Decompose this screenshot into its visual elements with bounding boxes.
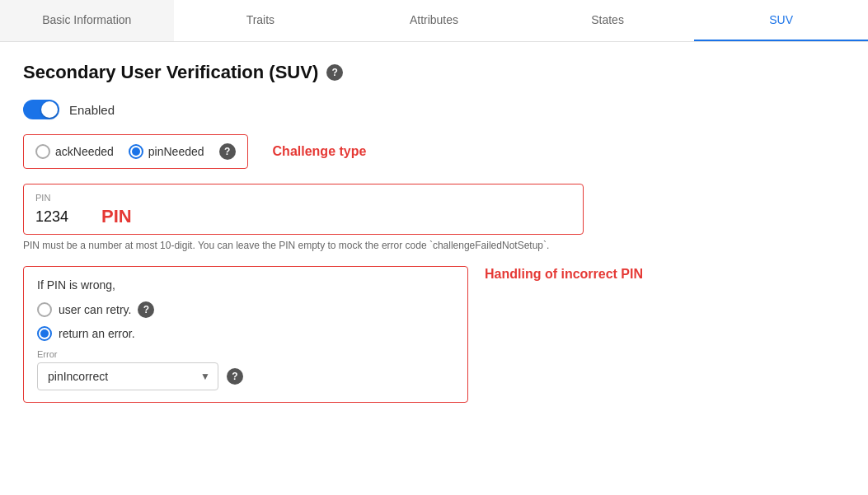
pin-input-row: 1234 PIN — [35, 206, 571, 227]
tab-states[interactable]: States — [521, 0, 695, 41]
pin-value[interactable]: 1234 — [35, 208, 85, 226]
main-content: Secondary User Verification (SUV) ? Enab… — [0, 42, 868, 423]
pin-field-label: PIN — [35, 193, 571, 203]
retry-option-row: user can retry. ? — [37, 301, 454, 318]
challenge-type-annotation: Challenge type — [273, 144, 367, 159]
section-title: Secondary User Verification (SUV) ? — [23, 62, 845, 83]
challenge-type-ack-label: ackNeeded — [55, 145, 114, 158]
tab-traits[interactable]: Traits — [174, 0, 348, 41]
challenge-type-pin-label: pinNeeded — [148, 145, 204, 158]
pin-hint: PIN must be a number at most 10-digit. Y… — [23, 240, 584, 251]
retry-help-icon[interactable]: ? — [138, 301, 154, 318]
pin-box: PIN 1234 PIN — [23, 184, 584, 235]
retry-label: user can retry. — [59, 303, 131, 316]
tab-basic-information[interactable]: Basic Information — [0, 0, 174, 41]
tab-bar: Basic Information Traits Attributes Stat… — [0, 0, 868, 42]
section-help-icon[interactable]: ? — [326, 64, 343, 81]
enabled-label: Enabled — [69, 103, 115, 117]
enabled-toggle[interactable] — [23, 100, 59, 119]
incorrect-pin-title: If PIN is wrong, — [37, 278, 454, 292]
incorrect-pin-box: If PIN is wrong, user can retry. ? retur… — [23, 266, 468, 403]
handling-annotation: Handling of incorrect PIN — [485, 266, 643, 283]
error-select-row: pinIncorrect challengeFailedNotSetup oth… — [37, 362, 454, 390]
challenge-type-help-icon[interactable]: ? — [219, 143, 236, 160]
error-field-label: Error — [37, 349, 454, 359]
error-help-icon[interactable]: ? — [227, 368, 243, 385]
error-select-wrapper: pinIncorrect challengeFailedNotSetup oth… — [37, 362, 218, 390]
tab-suv[interactable]: SUV — [694, 0, 868, 41]
challenge-type-row: ackNeeded pinNeeded ? Challenge type — [23, 134, 845, 169]
error-group: Error pinIncorrect challengeFailedNotSet… — [37, 349, 454, 390]
challenge-type-box: ackNeeded pinNeeded ? — [23, 134, 248, 169]
pin-annotation: PIN — [101, 206, 132, 227]
incorrect-pin-row: If PIN is wrong, user can retry. ? retur… — [23, 266, 845, 403]
enabled-toggle-row: Enabled — [23, 100, 845, 119]
error-radio[interactable] — [37, 326, 52, 341]
error-select[interactable]: pinIncorrect challengeFailedNotSetup oth… — [37, 362, 218, 390]
challenge-type-pin[interactable]: pinNeeded — [129, 144, 204, 159]
retry-radio[interactable] — [37, 302, 52, 317]
error-label: return an error. — [59, 327, 135, 340]
challenge-type-ack-radio[interactable] — [35, 144, 50, 159]
error-option-row: return an error. — [37, 326, 454, 341]
challenge-type-pin-radio[interactable] — [129, 144, 143, 159]
tab-attributes[interactable]: Attributes — [347, 0, 521, 41]
section-title-text: Secondary User Verification (SUV) — [23, 62, 318, 83]
challenge-type-ack[interactable]: ackNeeded — [35, 144, 114, 159]
